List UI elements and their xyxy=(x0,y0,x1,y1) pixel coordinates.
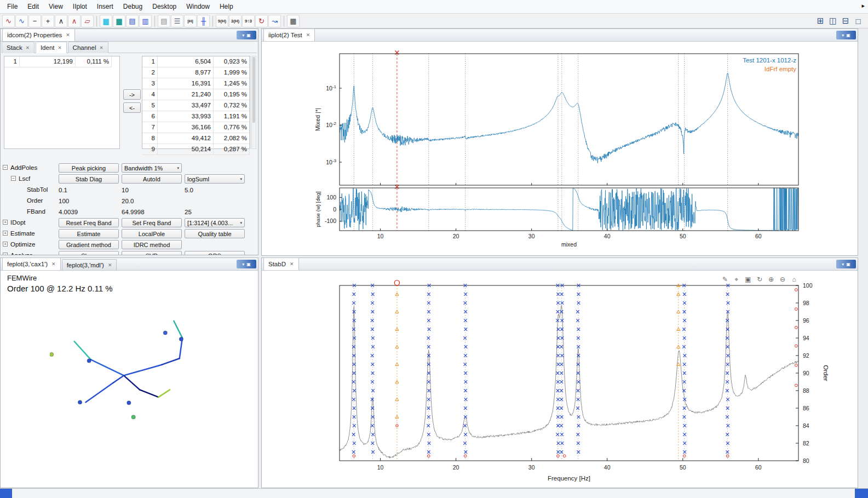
list-view-icon[interactable]: ▤ xyxy=(158,15,170,27)
zoom-in-icon[interactable]: + xyxy=(42,15,54,27)
close-icon[interactable]: ✕ xyxy=(290,261,294,267)
channel-3h-icon[interactable]: 3(H) xyxy=(229,15,242,27)
value-5-0[interactable]: 5.0 xyxy=(185,185,193,195)
value-20-0[interactable]: 20.0 xyxy=(122,196,134,206)
combo-bandwidth-1[interactable]: Bandwidth 1%▾ xyxy=(122,163,182,173)
button-estimate[interactable]: Estimate xyxy=(59,229,119,238)
dock-controls[interactable]: ▾ ▣ xyxy=(237,31,256,39)
undock-icon[interactable]: ▣ xyxy=(846,262,850,267)
menu-window[interactable]: Window xyxy=(181,1,215,13)
zoom-in-icon[interactable]: ⊕ xyxy=(767,275,775,284)
button-gradient-method[interactable]: Gradient method xyxy=(59,240,119,249)
layout-single-icon[interactable]: □ xyxy=(853,15,864,26)
vbars-icon[interactable]: ▥ xyxy=(139,15,152,27)
data-cursor-icon[interactable]: ⌖ xyxy=(732,275,741,284)
iiplot-canvas[interactable]: 10203040506010-110-210-31000-100Mixed |*… xyxy=(262,42,858,255)
minimize-icon[interactable]: ▾ xyxy=(242,33,244,38)
dock-controls[interactable]: ▾ ▣ xyxy=(237,260,256,268)
channel-913-icon[interactable]: 9↕3 xyxy=(242,15,255,27)
combo-1-3124-4-003[interactable]: [1:3124] (4.003...▾ xyxy=(185,218,245,227)
zoom-out-icon[interactable]: − xyxy=(28,15,41,27)
peak-picking-icon[interactable]: ∧ xyxy=(55,15,67,27)
colormap-icon[interactable]: ▣ xyxy=(744,275,752,284)
rotate-icon[interactable]: ↻ xyxy=(755,275,764,284)
channel-9h-icon[interactable]: 9(H) xyxy=(216,15,228,27)
refresh-icon[interactable]: ↻ xyxy=(255,15,268,27)
zoom-out-icon[interactable]: ⊖ xyxy=(778,275,787,284)
dock-controls[interactable]: ▾ ▣ xyxy=(836,260,856,268)
curve-tool-icon[interactable]: ↝ xyxy=(268,15,281,27)
phase-display-icon[interactable]: ╫ xyxy=(197,15,210,27)
stabd-canvas[interactable]: 10203040506080828486889092949698100Frequ… xyxy=(262,271,858,488)
edit-plot-icon[interactable]: ✎ xyxy=(721,275,729,284)
feplot-content[interactable]: FEMWire Order 100 @ 12.2 Hz 0.11 % xyxy=(1,271,258,488)
collapse-icon[interactable]: − xyxy=(3,165,8,170)
close-icon[interactable]: ✕ xyxy=(66,32,70,38)
close-icon[interactable]: ✕ xyxy=(108,262,112,268)
svg-text:10-1: 10-1 xyxy=(326,84,336,91)
surface-teal-icon[interactable]: ▆ xyxy=(113,15,125,27)
undock-icon[interactable]: ▣ xyxy=(846,33,850,38)
tab-feplot-mdl[interactable]: feplot(3,'mdl') ✕ xyxy=(62,259,117,270)
tab-feplot-cax1[interactable]: feplot(3,'cax1') ✕ xyxy=(2,257,61,270)
layout-grid-icon[interactable]: ⊞ xyxy=(815,15,826,26)
peak-select-icon[interactable]: ∧ xyxy=(68,15,81,27)
expand-icon[interactable]: + xyxy=(3,231,8,236)
tab-stabd[interactable]: StabD ✕ xyxy=(263,257,299,270)
value-100[interactable]: 100 xyxy=(59,196,69,206)
button-quality-table[interactable]: Quality table xyxy=(185,229,245,238)
undock-icon[interactable]: ▣ xyxy=(246,33,251,38)
feplot-figure-icon[interactable]: ∿ xyxy=(15,15,28,27)
button-show[interactable]: Show xyxy=(59,251,119,255)
button-localpole[interactable]: LocalPole xyxy=(122,229,182,238)
tab-idcom-properties[interactable]: idcom(2) Properties ✕ xyxy=(2,28,75,41)
value-4-0039[interactable]: 4.0039 xyxy=(59,207,78,217)
minimize-icon[interactable]: ▾ xyxy=(842,262,844,267)
abs-display-icon[interactable]: |H| xyxy=(184,15,197,27)
close-icon[interactable]: ✕ xyxy=(51,261,56,267)
minimize-icon[interactable]: ▾ xyxy=(242,262,244,267)
expand-icon[interactable]: + xyxy=(3,220,8,225)
menu-desktop[interactable]: Desktop xyxy=(147,1,181,13)
status-accent-right xyxy=(855,489,868,498)
menu-iiplot[interactable]: IIplot xyxy=(68,1,92,13)
menu-overflow-icon[interactable]: ▸ xyxy=(861,2,865,9)
close-icon[interactable]: ✕ xyxy=(306,32,311,38)
layout-rows-icon[interactable]: ⊟ xyxy=(840,15,851,26)
button-ods[interactable]: ODS xyxy=(185,251,245,255)
dock-controls[interactable]: ▾ ▣ xyxy=(836,31,856,39)
button-svd[interactable]: SVD xyxy=(122,251,182,255)
menu-insert[interactable]: Insert xyxy=(92,1,118,13)
expand-icon[interactable]: + xyxy=(3,242,8,247)
hbars-icon[interactable]: ▤ xyxy=(126,15,139,27)
menu-debug[interactable]: Debug xyxy=(118,1,147,13)
surface-cyan-icon[interactable]: ▆ xyxy=(100,15,112,27)
layout-columns-icon[interactable]: ◫ xyxy=(827,15,838,26)
menu-view[interactable]: View xyxy=(44,1,68,13)
wireframe-canvas[interactable] xyxy=(50,314,198,424)
undock-icon[interactable]: ▣ xyxy=(246,262,251,267)
combo-logsumi[interactable]: logSumI▾ xyxy=(185,174,245,184)
menu-edit[interactable]: Edit xyxy=(22,1,44,13)
menu-help[interactable]: Help xyxy=(215,1,238,13)
lines-view-icon[interactable]: ☰ xyxy=(171,15,183,27)
collapse-icon[interactable]: − xyxy=(11,176,16,181)
gamepad-icon[interactable]: ▦ xyxy=(287,15,300,27)
value-25[interactable]: 25 xyxy=(185,207,192,217)
menu-file[interactable]: File xyxy=(2,1,22,13)
iiplot-figure-icon[interactable]: ∿ xyxy=(2,15,15,27)
button-peak-picking[interactable]: Peak picking xyxy=(59,163,119,173)
home-icon[interactable]: ⌂ xyxy=(790,275,798,284)
button-autoid[interactable]: AutoId xyxy=(122,174,182,184)
button-set-freq-band[interactable]: Set Freq Band xyxy=(122,218,182,227)
button-stab-diag[interactable]: Stab Diag xyxy=(59,174,119,184)
minimize-icon[interactable]: ▾ xyxy=(842,33,844,38)
value-10[interactable]: 10 xyxy=(122,185,129,195)
value-0-1[interactable]: 0.1 xyxy=(59,185,67,195)
button-idrc-method[interactable]: IDRC method xyxy=(122,240,182,249)
annotate-icon[interactable]: ▱ xyxy=(81,15,94,27)
expand-icon[interactable]: + xyxy=(3,253,8,255)
tab-iiplot-test[interactable]: iiplot(2) Test ✕ xyxy=(263,28,315,41)
button-reset-freq-band[interactable]: Reset Freq Band xyxy=(59,218,119,227)
value-64-9998[interactable]: 64.9998 xyxy=(122,207,145,217)
